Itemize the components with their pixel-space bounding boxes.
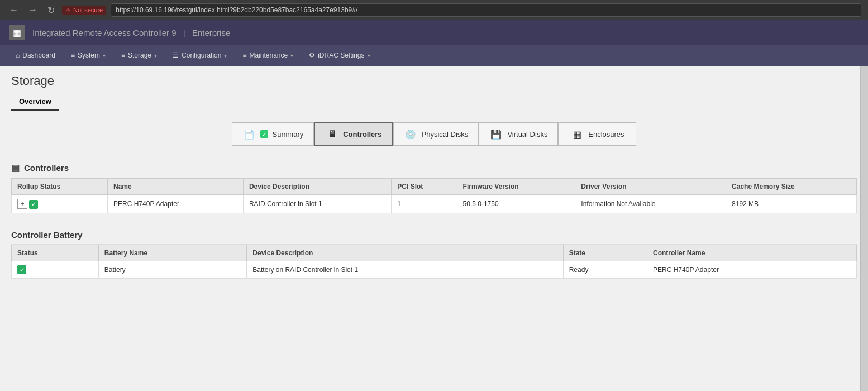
nav-bar: ⌂ Dashboard ≡ System ▾ ≡ Storage ▾ ☰ Con… — [0, 45, 868, 66]
controller-firmware-version: 50.5 0-1750 — [457, 195, 575, 213]
col-driver-version: Driver Version — [575, 179, 726, 195]
controller-device-description: RAID Controller in Slot 1 — [243, 195, 391, 213]
controller-driver-version: Information Not Available — [575, 195, 726, 213]
controllers-section: ▣ Controllers Rollup Status Name Device … — [11, 157, 857, 213]
col-battery-device-description: Device Description — [247, 245, 563, 261]
battery-section-header: Controller Battery — [11, 225, 857, 245]
security-label: Not secure — [73, 7, 103, 13]
idrac-chevron: ▾ — [368, 53, 370, 59]
configuration-chevron: ▾ — [224, 53, 227, 59]
nav-btn-summary[interactable]: 📄 ✓ Summary — [232, 122, 314, 146]
nav-storage[interactable]: ≡ Storage ▾ — [115, 47, 164, 64]
security-badge: ⚠ Not secure — [62, 6, 106, 15]
summary-icon: 📄 — [242, 129, 256, 139]
nav-btn-controllers[interactable]: 🖥 Controllers — [314, 122, 393, 146]
battery-table-row: ✓ Battery Battery on RAID Controller in … — [12, 261, 857, 279]
nav-dashboard[interactable]: ⌂ Dashboard — [9, 47, 62, 64]
col-battery-controller-name: Controller Name — [647, 245, 857, 261]
forward-button[interactable]: → — [26, 4, 40, 16]
controllers-table: Rollup Status Name Device Description PC… — [11, 178, 857, 213]
controller-battery-section: Controller Battery Status Battery Name D… — [11, 225, 857, 279]
battery-table-header-row: Status Battery Name Device Description S… — [12, 245, 857, 261]
physical-disks-icon: 💿 — [404, 129, 417, 139]
controllers-icon: 🖥 — [325, 129, 338, 139]
nav-idrac-settings[interactable]: ⚙ iDRAC Settings ▾ — [302, 47, 376, 64]
controllers-section-icon: ▣ — [11, 163, 20, 173]
nav-btn-row: 📄 ✓ Summary 🖥 Controllers 💿 Physical Dis… — [34, 122, 834, 146]
refresh-button[interactable]: ↻ — [45, 4, 58, 17]
back-button[interactable]: ← — [7, 4, 21, 16]
nav-btn-physical-disks[interactable]: 💿 Physical Disks — [393, 122, 479, 146]
idrac-icon: ⚙ — [309, 51, 315, 59]
controller-name: PERC H740P Adapter — [108, 195, 244, 213]
app-icon: ▦ — [9, 25, 25, 40]
col-battery-state: State — [563, 245, 647, 261]
tab-row: Overview — [11, 94, 857, 111]
storage-chevron: ▾ — [154, 53, 157, 59]
col-firmware-version: Firmware Version — [457, 179, 575, 195]
battery-controller-name: PERC H740P Adapter — [647, 261, 857, 279]
tab-overview[interactable]: Overview — [11, 94, 59, 111]
battery-section-title: Controller Battery — [11, 230, 83, 240]
nav-system[interactable]: ≡ System ▾ — [64, 47, 112, 64]
system-icon: ≡ — [71, 51, 75, 59]
nav-maintenance[interactable]: ≡ Maintenance ▾ — [236, 47, 300, 64]
col-name: Name — [108, 179, 244, 195]
col-device-description: Device Description — [243, 179, 391, 195]
col-pci-slot: PCI Slot — [392, 179, 457, 195]
nav-configuration[interactable]: ☰ Configuration ▾ — [166, 47, 233, 64]
main-content: Storage Overview 📄 ✓ Summary 🖥 Controlle… — [0, 66, 868, 391]
nav-btn-virtual-disks[interactable]: 💾 Virtual Disks — [479, 122, 558, 146]
nav-btn-enclosures[interactable]: ▦ Enclosures — [558, 122, 636, 146]
browser-bar: ← → ↻ ⚠ Not secure — [0, 0, 868, 20]
summary-check: ✓ — [260, 130, 268, 138]
battery-table: Status Battery Name Device Description S… — [11, 245, 857, 279]
controllers-section-header: ▣ Controllers — [11, 157, 857, 178]
configuration-icon: ☰ — [173, 51, 179, 59]
controller-rollup-status: + ✓ — [12, 195, 108, 213]
app-header: ▦ Integrated Remote Access Controller 9 … — [0, 20, 868, 45]
controllers-table-row: + ✓ PERC H740P Adapter RAID Controller i… — [12, 195, 857, 213]
battery-device-description: Battery on RAID Controller in Slot 1 — [247, 261, 563, 279]
dashboard-icon: ⌂ — [16, 51, 20, 59]
virtual-disks-icon: 💾 — [489, 129, 503, 139]
page-title: Storage — [11, 66, 857, 94]
col-battery-name: Battery Name — [98, 245, 247, 261]
security-icon: ⚠ — [65, 7, 71, 14]
status-check-icon: ✓ — [29, 200, 38, 209]
maintenance-chevron: ▾ — [290, 53, 293, 59]
controller-pci-slot: 1 — [392, 195, 457, 213]
battery-status-check-icon: ✓ — [17, 265, 26, 274]
url-bar[interactable] — [111, 3, 861, 17]
col-cache-memory-size: Cache Memory Size — [726, 179, 857, 195]
enclosures-icon: ▦ — [570, 129, 584, 139]
controllers-table-header-row: Rollup Status Name Device Description PC… — [12, 179, 857, 195]
system-chevron: ▾ — [103, 53, 106, 59]
battery-name: Battery — [98, 261, 247, 279]
col-rollup-status: Rollup Status — [12, 179, 108, 195]
battery-state: Ready — [563, 261, 647, 279]
expand-button[interactable]: + — [17, 199, 27, 209]
storage-icon: ≡ — [121, 51, 125, 59]
app-title: Integrated Remote Access Controller 9 | … — [30, 28, 232, 37]
scrollbar[interactable] — [860, 66, 868, 391]
col-battery-status: Status — [12, 245, 99, 261]
controller-cache-memory-size: 8192 MB — [726, 195, 857, 213]
maintenance-icon: ≡ — [242, 51, 246, 59]
battery-status: ✓ — [12, 261, 99, 279]
controllers-section-title: Controllers — [24, 163, 69, 173]
